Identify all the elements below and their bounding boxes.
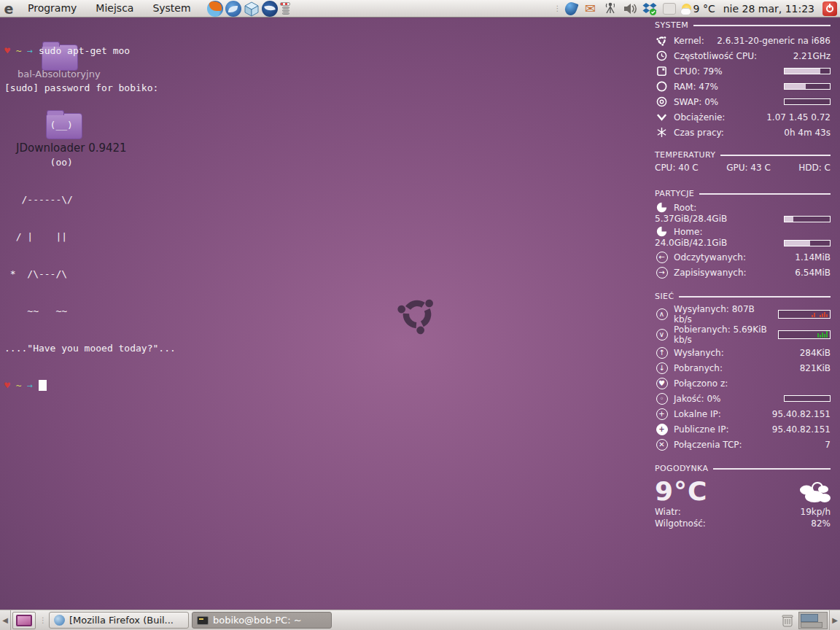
upload-graph xyxy=(778,310,831,319)
top-panel-tray: ⋮ ✉ 9 °C nie 28 mar, 11:23 xyxy=(554,1,840,16)
conky-row-uptime: Czas pracy: 0h 4m 43s xyxy=(655,125,831,140)
tasklist-grip-handle[interactable]: ⋮ xyxy=(39,618,44,623)
distro-logo-icon[interactable]: e xyxy=(0,1,18,17)
show-desktop-button[interactable] xyxy=(12,612,36,629)
download-graph xyxy=(778,330,831,339)
row-label: Obciążenie: xyxy=(674,112,725,122)
prompt-path: ~ xyxy=(16,380,22,391)
conky-row-home: Home: xyxy=(655,225,831,238)
panel-launchers xyxy=(207,1,292,17)
conky-row-read: ← Odczytywanych: 1.14MiB xyxy=(655,249,831,265)
blank-shape xyxy=(663,3,676,15)
firefox-launcher-icon[interactable] xyxy=(207,1,223,17)
row-label: Czas pracy: xyxy=(674,128,724,138)
power-button[interactable] xyxy=(822,1,837,16)
ram-bar xyxy=(784,83,831,90)
mail-tray-icon[interactable]: ✉ xyxy=(583,1,598,16)
row-value: 1.07 1.45 0.72 xyxy=(766,112,831,122)
wind-value: 19kp/h xyxy=(801,506,831,518)
row-label: Lokalne IP: xyxy=(674,409,721,419)
cpu-chip-icon xyxy=(655,66,669,77)
arrow-up-circle-icon: ↑ xyxy=(655,347,669,359)
conky-row-load: Obciążenie: 1.07 1.45 0.72 xyxy=(655,109,831,125)
humidity-label: Wilgotność: xyxy=(655,518,706,529)
folder-label-jdownloader[interactable]: JDownloader 0.9421 xyxy=(16,141,127,155)
terminal-icon xyxy=(197,616,209,625)
command-text: sudo apt-get moo xyxy=(39,45,130,56)
task-button-terminal[interactable]: bobiko@bob-PC: ~ xyxy=(192,612,332,629)
conky-monitor: SYSTEM Kernel: 2.6.31-20-generic na i686… xyxy=(655,20,831,529)
chevron-up-circle-icon: ∧ xyxy=(655,308,669,320)
arrow-right-circle-icon: → xyxy=(655,267,669,279)
wolf-browser-launcher-icon[interactable] xyxy=(262,1,278,17)
section-header-network: SIEĆ xyxy=(655,292,831,301)
menu-miejsca[interactable]: Miejsca xyxy=(87,0,142,17)
swap-disc-icon xyxy=(655,96,669,107)
network-antenna-tray-icon[interactable] xyxy=(603,1,618,16)
row-value: 95.40.82.151 xyxy=(772,409,831,419)
conky-row-write: → Zapisisywanych: 6.54MiB xyxy=(655,265,831,280)
gpu-temp: GPU: 43 C xyxy=(726,163,771,173)
row-value: 2.21GHz xyxy=(793,51,831,61)
swap-bar xyxy=(784,98,831,105)
row-value: 95.40.82.151 xyxy=(772,424,831,435)
home-usage: 24.0GiB/42.1GiB xyxy=(655,238,727,248)
chevron-down-circle-icon: ∨ xyxy=(655,329,669,341)
folder-label-bal[interactable]: bal-Absolutoryjny xyxy=(18,69,101,79)
row-value: 1.14MiB xyxy=(795,252,831,262)
terminal-line: ♥ ~ → sudo apt-get moo xyxy=(4,44,176,57)
disk-pie-icon xyxy=(655,226,669,237)
terminal-line: ♥ ~ → xyxy=(4,379,176,392)
terminal-line: ...."Have you mooed today?"... xyxy=(4,342,176,354)
row-value: 7 xyxy=(825,440,831,450)
row-value: 284KiB xyxy=(800,348,831,358)
clouds-icon xyxy=(796,481,831,506)
row-label: SWAP: 0% xyxy=(674,97,718,107)
wind-label: Wiatr: xyxy=(655,506,681,518)
row-label: Publiczne IP: xyxy=(674,424,728,435)
menu-system[interactable]: System xyxy=(144,0,199,17)
power-icon xyxy=(826,5,833,12)
panel-scroll-left-button[interactable]: ◀ xyxy=(0,610,11,630)
clock-icon xyxy=(655,50,669,61)
home-usage-row: 24.0GiB/42.1GiB xyxy=(655,238,831,248)
swirl-tray-icon[interactable] xyxy=(564,1,578,16)
tray-grip-handle[interactable]: ⋮ xyxy=(554,6,559,12)
cow-art-line: (oo) xyxy=(4,156,176,168)
spring-toy-launcher-icon[interactable] xyxy=(280,2,292,17)
arrow-left-circle-icon: ← xyxy=(655,252,669,263)
cow-art-line: * /\---/\ xyxy=(4,268,176,280)
workspace-switcher[interactable] xyxy=(798,612,828,629)
prompt-arrow: → xyxy=(27,45,33,56)
row-label: Połączono z: xyxy=(674,378,728,389)
conky-row-received: ↓ Pobranych: 821KiB xyxy=(655,360,831,376)
spring-coil xyxy=(282,12,289,15)
root-usage: 5.37GiB/28.4GiB xyxy=(655,214,727,224)
conky-row-swap: SWAP: 0% xyxy=(655,94,831,109)
row-label: Root: xyxy=(674,203,696,213)
task-button-firefox[interactable]: [Mozilla Firefox (Buil... xyxy=(49,612,189,629)
desktop-wallpaper: bal-Absolutoryjny JDownloader 0.9421 ♥ ~… xyxy=(0,18,840,610)
conky-row-publicip: + Publiczne IP: 95.40.82.151 xyxy=(655,421,831,437)
disk-pie-icon xyxy=(655,202,669,213)
header-rule xyxy=(693,25,831,26)
menu-programy[interactable]: Programy xyxy=(19,0,85,17)
blank-tray-icon[interactable] xyxy=(662,1,677,16)
thunderbird-launcher-icon[interactable] xyxy=(225,1,241,17)
humidity-row: Wilgotność: 82% xyxy=(655,518,831,529)
weather-applet[interactable]: 9 °C xyxy=(682,3,715,15)
trash-applet[interactable] xyxy=(778,613,797,628)
plus-circle-icon: + xyxy=(655,408,669,420)
panel-scroll-right-button[interactable]: ▶ xyxy=(829,610,840,630)
conky-row-root: Root: xyxy=(655,201,831,214)
volume-tray-icon[interactable] xyxy=(623,1,637,16)
hdd-temp: HDD: C xyxy=(798,163,831,173)
dropbox-tray-icon[interactable] xyxy=(642,1,657,16)
clock-applet[interactable]: nie 28 mar, 11:23 xyxy=(720,3,817,15)
row-label: CPU0: 79% xyxy=(674,66,723,77)
temps-row: CPU: 40 C GPU: 43 C HDD: C xyxy=(655,163,831,173)
virtualbox-launcher-icon[interactable] xyxy=(244,1,260,17)
terminal-cursor[interactable] xyxy=(39,380,47,391)
row-label: Home: xyxy=(674,227,702,237)
cpu-temp: CPU: 40 C xyxy=(655,163,699,173)
